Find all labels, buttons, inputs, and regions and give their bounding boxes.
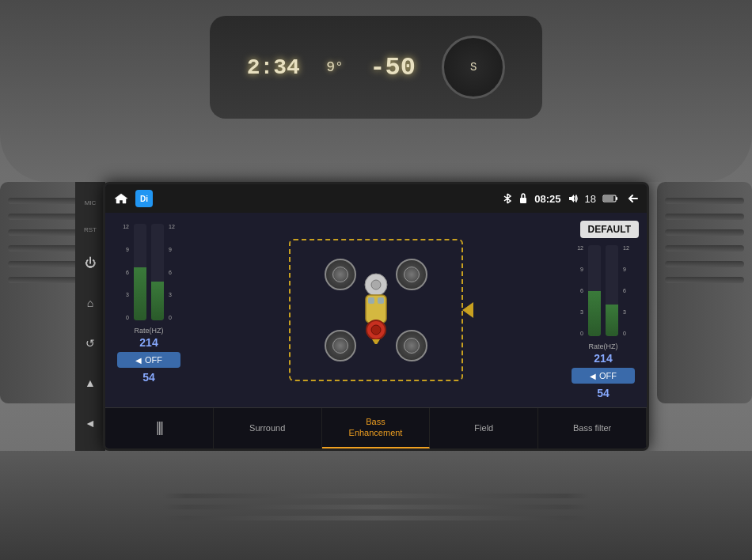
rate-value-left: 214 <box>139 336 158 349</box>
home-icon <box>113 192 129 205</box>
speaker-box <box>289 239 463 381</box>
clock-display: 2:34 <box>247 55 300 80</box>
content-area: 12 9 6 3 0 12 9 6 3 <box>105 213 647 407</box>
tab-field[interactable]: Field <box>430 408 538 448</box>
main-screen: Di 08:25 18 <box>103 182 649 451</box>
eq-tick-12-left: 12 <box>123 224 129 229</box>
rate-value-right: 214 <box>594 352 612 365</box>
eq-tick-12-right: 12 <box>577 245 583 251</box>
eq-tick-6-right: 6 <box>580 288 583 293</box>
eq-bar-2-right <box>606 305 618 336</box>
eq-tick-0-left2: 0 <box>169 315 172 320</box>
rate-hz-label-right: Rate(HZ) <box>588 342 617 350</box>
speaker-cone <box>404 267 420 282</box>
tab-surround[interactable]: Surround <box>214 408 322 448</box>
vent-slat <box>665 214 744 220</box>
eq-tick-3-right2: 3 <box>623 309 626 315</box>
dashboard-top: 2:34 9° -50 S <box>0 0 752 182</box>
eq-tick-0-right2: 0 <box>623 331 626 336</box>
eq-tick-6-right2: 6 <box>623 288 626 293</box>
speaker-front-left <box>325 259 356 290</box>
speaker-diagram <box>192 213 560 407</box>
status-time: 08:25 <box>534 193 560 205</box>
dashboard-bottom <box>0 451 752 560</box>
eq-tick-9-right: 9 <box>580 267 583 272</box>
power-button[interactable]: ⏻ <box>80 252 101 273</box>
eq-tick-6-left2: 6 <box>169 270 172 275</box>
eq-panel-left: 12 9 6 3 0 12 9 6 3 <box>105 213 192 407</box>
eq-tick-0-left: 0 <box>126 315 129 320</box>
speaker-front-right <box>396 259 427 290</box>
bottom-vents <box>139 494 613 520</box>
tab-field-label: Field <box>474 423 493 433</box>
eq-panel-right: DEFAULT 12 9 6 3 0 12 9 6 <box>560 213 647 407</box>
home-button[interactable]: ⌂ <box>80 293 101 313</box>
eq-bar-1-right <box>588 291 601 337</box>
vent-slat <box>665 198 744 204</box>
temp-display: 9° <box>326 59 344 75</box>
tab-bass-filter[interactable]: Bass filter <box>538 408 647 448</box>
tab-equalizer[interactable]: ||| <box>105 408 214 448</box>
svg-rect-1 <box>520 198 526 203</box>
bottom-value-right: 54 <box>597 387 610 399</box>
rst-label: RST <box>84 226 97 233</box>
car-svg <box>356 273 396 344</box>
speaker-cone <box>332 338 348 354</box>
eq-tick-12-left2: 12 <box>169 224 175 229</box>
off-button-left[interactable]: ◀ OFF <box>117 352 180 368</box>
vent-slat <box>665 229 744 236</box>
back-button[interactable]: ↺ <box>80 333 101 354</box>
screen-icon <box>602 194 620 203</box>
off-btn-label-right: OFF <box>599 371 617 380</box>
mic-label: MIC <box>85 199 97 206</box>
eq-tick-6-left: 6 <box>126 270 129 275</box>
off-button-right[interactable]: ◀ OFF <box>572 368 635 384</box>
vent-slat <box>665 245 744 252</box>
instrument-cluster: 2:34 9° -50 S <box>210 16 542 119</box>
eq-tick-3-left2: 3 <box>169 292 172 297</box>
vent-right <box>657 182 752 403</box>
speaker-cone <box>332 267 348 282</box>
tab-surround-label: Surround <box>249 423 285 433</box>
vol-up-button[interactable]: ▲ <box>80 373 101 393</box>
volume-icon <box>568 194 579 203</box>
eq-tick-3-left: 3 <box>126 292 129 297</box>
side-controls-strip: MIC RST ⏻ ⌂ ↺ ▲ ◄ <box>75 182 105 451</box>
volume-level: 18 <box>585 193 596 205</box>
svg-point-12 <box>371 325 381 335</box>
rate-hz-label-left: Rate(HZ) <box>134 327 163 335</box>
speaker-cone <box>404 338 420 354</box>
tab-bass-filter-label: Bass filter <box>573 423 611 433</box>
svg-point-7 <box>371 280 381 289</box>
gauge-right: S <box>442 36 505 99</box>
eq-bar-1-left <box>134 267 146 320</box>
speaker-direction-arrow <box>462 302 473 318</box>
eq-tick-9-right2: 9 <box>623 267 626 272</box>
tab-bass-enhancement[interactable]: BassEnhancement <box>322 408 431 448</box>
tab-bar: ||| Surround BassEnhancement Field Bass … <box>105 407 647 448</box>
svg-rect-10 <box>378 297 384 304</box>
equalizer-tab-icon: ||| <box>156 419 162 436</box>
car-center-icon <box>356 273 396 347</box>
vol-down-button[interactable]: ◄ <box>80 413 101 433</box>
speaker-rear-right <box>396 330 427 361</box>
svg-rect-4 <box>616 197 617 200</box>
bottom-vent-row <box>139 505 613 509</box>
default-button[interactable]: DEFAULT <box>580 221 639 238</box>
eq-tick-9-left: 9 <box>126 247 129 252</box>
eq-tick-9-left2: 9 <box>169 247 172 252</box>
lock-icon <box>518 193 528 204</box>
svg-marker-0 <box>115 194 127 203</box>
car-body <box>321 255 431 365</box>
vent-slat <box>665 277 744 283</box>
eq-tick-3-right: 3 <box>580 309 583 315</box>
back-nav-icon[interactable] <box>626 193 639 204</box>
tab-bass-enhancement-label: BassEnhancement <box>349 417 403 437</box>
app-shortcut-icon[interactable]: Di <box>135 190 153 207</box>
bottom-vent-row <box>139 516 613 520</box>
speed-display: -50 <box>370 53 416 82</box>
svg-marker-2 <box>569 195 574 202</box>
svg-rect-5 <box>604 196 613 201</box>
off-btn-label-left: OFF <box>145 355 162 365</box>
status-right: 08:25 18 <box>503 192 639 205</box>
